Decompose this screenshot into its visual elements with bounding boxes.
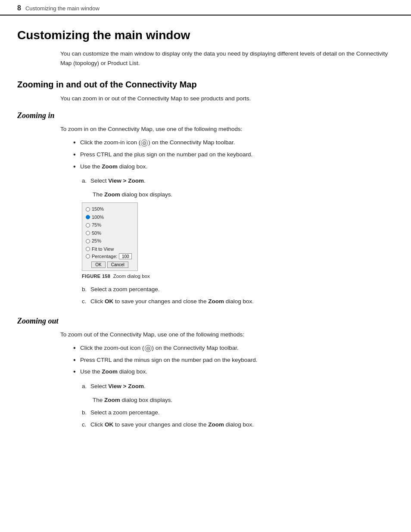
step-out-a-subtext: The Zoom dialog box displays. (93, 395, 394, 405)
zoom-out-alpha-list: a. Select View > Zoom. (82, 382, 394, 391)
list-item: c. Click OK to save your changes and clo… (82, 420, 394, 429)
step-out-label-a: a. (82, 382, 87, 391)
chapter-intro: You can customize the main window to dis… (60, 49, 394, 68)
dialog-button-row: OK Cancel (86, 261, 134, 268)
zoom-out-bullet-list: Click the zoom-out icon (⊝) on the Conne… (73, 343, 394, 376)
subsection-intro-zoom-out: To zoom out of the Connectivity Map, use… (60, 330, 394, 339)
page-header: 8 Customizing the main window (0, 0, 411, 16)
subsection-zoom-in: Zooming in To zoom in on the Connectivit… (17, 111, 394, 306)
list-item: b. Select a zoom percentage. (82, 408, 394, 417)
header-chapter-title: Customizing the main window (25, 5, 100, 12)
list-item: Use the Zoom dialog box. (73, 367, 394, 376)
zoom-in-steps-bc: b. Select a zoom percentage. c. Click OK… (82, 285, 394, 306)
radio-50 (86, 231, 90, 235)
list-item: Click the zoom-out icon (⊝) on the Conne… (73, 343, 394, 353)
list-item: Press CTRL and the plus sign on the numb… (73, 150, 394, 159)
zoom-option-100: 100% (86, 214, 134, 221)
zoom-dialog-image: 150% 100% 75% 50% (82, 202, 138, 271)
list-item: b. Select a zoom percentage. (82, 285, 394, 294)
zoom-in-alpha-list: a. Select View > Zoom. (82, 176, 394, 186)
zoom-out-icon-inline: ⊝ (145, 345, 152, 352)
step-a-subtext: The Zoom dialog box displays. (93, 190, 394, 199)
radio-75 (86, 223, 90, 227)
step-label-b: b. (82, 285, 87, 294)
figure-caption: FIGURE 158 Zoom dialog box (82, 274, 394, 279)
subsection-zoom-out: Zooming out To zoom out of the Connectiv… (17, 317, 394, 429)
zoom-section: Zooming in and out of the Connectivity M… (17, 80, 394, 429)
radio-pct (86, 254, 90, 258)
zoom-option-25: 25% (86, 237, 134, 245)
radio-150 (86, 207, 90, 212)
subsection-title-zoom-in: Zooming in (17, 111, 394, 120)
chapter-title: Customizing the main window (17, 28, 394, 42)
zoom-in-bullet-list: Click the zoom-in icon (⊝) on the Connec… (73, 138, 394, 171)
list-item: c. Click OK to save your changes and clo… (82, 297, 394, 306)
cancel-button[interactable]: Cancel (107, 261, 128, 268)
radio-25 (86, 239, 90, 243)
zoom-in-icon-inline: ⊝ (141, 140, 148, 146)
zoom-option-50: 50% (86, 230, 134, 237)
step-out-label-c: c. (82, 420, 87, 429)
subsection-intro-zoom-in: To zoom in on the Connectivity Map, use … (60, 124, 394, 134)
page-number: 8 (17, 4, 21, 12)
step-out-label-b: b. (82, 408, 87, 417)
percentage-input[interactable] (119, 253, 132, 259)
page-body: Customizing the main window You can cust… (0, 16, 411, 457)
zoom-option-150: 150% (86, 205, 134, 213)
list-item: Press CTRL and the minus sign on the num… (73, 355, 394, 365)
zoom-option-fit: Fit to View (86, 246, 134, 253)
figure-label: FIGURE 158 (82, 274, 110, 279)
radio-fit (86, 247, 90, 251)
radio-100 (86, 215, 90, 219)
section-title-zoom: Zooming in and out of the Connectivity M… (17, 80, 394, 90)
subsection-title-zoom-out: Zooming out (17, 317, 394, 326)
list-item: a. Select View > Zoom. (82, 176, 394, 186)
section-intro-zoom: You can zoom in or out of the Connectivi… (60, 94, 394, 103)
zoom-out-steps-bc: b. Select a zoom percentage. c. Click OK… (82, 408, 394, 429)
list-item: a. Select View > Zoom. (82, 382, 394, 391)
figure-zoom-dialog: 150% 100% 75% 50% (82, 202, 394, 279)
step-label-a: a. (82, 176, 87, 186)
zoom-percentage-row: Percentage: (86, 253, 134, 259)
ok-button[interactable]: OK (91, 261, 105, 268)
step-label-c: c. (82, 297, 87, 306)
list-item: Click the zoom-in icon (⊝) on the Connec… (73, 138, 394, 147)
zoom-option-75: 75% (86, 221, 134, 229)
list-item: Use the Zoom dialog box. (73, 162, 394, 171)
